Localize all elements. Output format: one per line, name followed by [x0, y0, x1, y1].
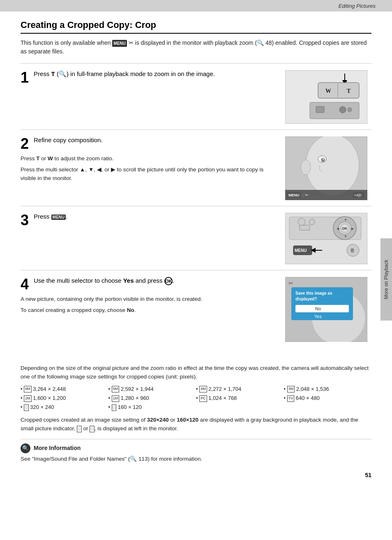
step-1-row: 1 Press T (🔍) in full-frame playback mod… [21, 63, 371, 128]
pixel-col-2: 5M 2,592 × 1,944 1M 1,280 × 960 □ 160 × … [108, 385, 196, 412]
search-icon: 🔍 [59, 70, 67, 77]
page: Editing Pictures Creating a Cropped Copy… [0, 0, 392, 540]
svg-point-15 [301, 160, 311, 175]
step-3-left: 3 Press MENU. [21, 213, 273, 264]
more-info-heading: 🔍 More Information [21, 443, 371, 453]
content-area: Creating a Cropped Copy: Crop This funct… [0, 12, 392, 360]
svg-point-32 [298, 218, 305, 226]
size-icon-8m: 8M [24, 386, 32, 392]
step-2-left: 2 Refine copy composition. Press T or W … [21, 136, 273, 200]
svg-text:displayed?: displayed? [295, 297, 317, 301]
small-pic-icon-1: □ [77, 426, 81, 432]
step-4-left: 4 Use the multi selector to choose Yes a… [21, 277, 273, 342]
svg-rect-2 [318, 83, 359, 98]
svg-text:W: W [325, 88, 331, 94]
svg-text:×4|0: ×4|0 [354, 193, 362, 197]
menu-icon: MENU [112, 40, 127, 47]
step-3-number: 3 [21, 213, 29, 228]
svg-point-9 [348, 108, 352, 112]
bottom-text: Depending on the size of the original pi… [21, 364, 371, 381]
svg-text:Yes: Yes [314, 314, 322, 319]
step-1-image: W T [281, 70, 371, 124]
step-4-number: 4 [21, 277, 29, 292]
step-1-number: 1 [21, 70, 29, 85]
size-icon-2m: 2M [24, 395, 32, 402]
cropped-note: Cropped copies created at an image size … [21, 416, 371, 433]
svg-text:OK: OK [342, 226, 348, 231]
size-icon-5m: 5M [112, 386, 120, 392]
pixel-col-4: 3M 2,048 × 1,536 TV 640 × 480 [284, 385, 372, 412]
pixel-list: 8M 3,264 × 2,448 2M 1,600 × 1,200 □ 320 … [21, 385, 371, 412]
pixel-item: TV 640 × 480 [284, 394, 372, 403]
svg-point-13 [321, 158, 325, 162]
more-info-text: See "Image/Sound File and Folder Names" … [21, 455, 371, 464]
size-icon-tv: TV [287, 395, 295, 402]
header-title: Editing Pictures [339, 3, 376, 9]
size-icon-pc: PC [199, 395, 207, 402]
svg-point-33 [309, 219, 315, 225]
svg-rect-50 [295, 305, 349, 312]
more-info-icon: 🔍 [21, 443, 30, 453]
small-pic-icon-2: □ [90, 426, 94, 432]
step-2-image: MENU : ✂ ×4|0 [281, 136, 371, 200]
step-3-svg: OK ▲ ▼ ◀ ▶ MENU [285, 213, 367, 264]
page-number: 51 [0, 472, 392, 478]
svg-text:Save this image as: Save this image as [295, 291, 332, 295]
svg-text:▶: ▶ [351, 227, 354, 231]
svg-text:MENU: MENU [288, 193, 300, 197]
pixel-item: 3M 2,048 × 1,536 [284, 385, 372, 394]
pixel-item: PC 1,024 × 768 [196, 394, 284, 403]
page-title: Creating a Cropped Copy: Crop [21, 20, 371, 34]
step-2-body: Press T or W to adjust the zoom ratio. P… [21, 155, 273, 183]
size-icon-1m: 1M [112, 395, 120, 402]
svg-point-11 [306, 136, 359, 196]
size-icon-4m: 4M [199, 386, 207, 392]
step-4-row: 4 Use the multi selector to choose Yes a… [21, 270, 371, 346]
size-icon-s: □ [24, 404, 28, 411]
svg-text:◀: ◀ [337, 227, 339, 231]
step-2-svg: MENU : ✂ ×4|0 [285, 136, 367, 200]
svg-point-8 [339, 106, 346, 113]
size-icon-xs: □ [112, 404, 116, 411]
step-2-row: 2 Refine copy composition. Press T or W … [21, 129, 371, 204]
svg-text:▼: ▼ [344, 235, 347, 238]
svg-text:T: T [347, 88, 351, 94]
bottom-section: Depending on the size of the original pi… [0, 360, 392, 468]
svg-text:MENU: MENU [295, 248, 307, 253]
step-4-image: ✂ Save this image as displayed? No Yes [281, 277, 371, 342]
svg-text:✂: ✂ [288, 280, 293, 286]
step-3-row: 3 Press MENU. OK ▲ ▼ [21, 206, 371, 268]
svg-rect-7 [316, 106, 324, 113]
pixel-item: □ 160 × 120 [108, 403, 196, 412]
ref-icon: 🔍 [257, 39, 264, 46]
step-2-heading: 2 Refine copy composition. [21, 136, 273, 151]
pixel-item: 2M 1,600 × 1,200 [21, 394, 108, 403]
pixel-item: 1M 1,280 × 960 [108, 394, 196, 403]
svg-point-14 [323, 159, 324, 160]
svg-text:No: No [315, 306, 321, 311]
pixel-item: 5M 2,592 × 1,944 [108, 385, 196, 394]
scissors-icon: ✂ [127, 39, 134, 46]
pixel-item: 8M 3,264 × 2,448 [21, 385, 108, 394]
sidebar-label: More on Playback [383, 260, 389, 299]
svg-text:🗑: 🗑 [350, 247, 355, 253]
step-2-number: 2 [21, 136, 29, 151]
svg-rect-34 [300, 225, 310, 230]
more-info-title: More Information [34, 444, 81, 453]
menu-label: MENU [51, 215, 66, 220]
pixel-col-3: 4M 2,272 × 1,704 PC 1,024 × 768 [196, 385, 284, 412]
pixel-item: 4M 2,272 × 1,704 [196, 385, 284, 394]
step-3-image: OK ▲ ▼ ◀ ▶ MENU [281, 213, 371, 264]
ref-icon-2: 🔍 [130, 456, 137, 462]
top-bar: Editing Pictures [0, 0, 392, 12]
step-3-heading: 3 Press MENU. [21, 213, 273, 228]
step-1-svg: W T [285, 70, 367, 124]
svg-text:: ✂: : ✂ [302, 193, 308, 197]
key-t: T [51, 70, 55, 77]
step-4-body: A new picture, containing only the porti… [21, 295, 273, 315]
intro-text: This function is only available when MEN… [21, 39, 371, 56]
step-1-left: 1 Press T (🔍) in full-frame playback mod… [21, 70, 273, 124]
step-1-heading: 1 Press T (🔍) in full-frame playback mod… [21, 70, 273, 85]
ok-button-icon: OK [164, 277, 173, 285]
svg-text:▲: ▲ [344, 217, 347, 221]
